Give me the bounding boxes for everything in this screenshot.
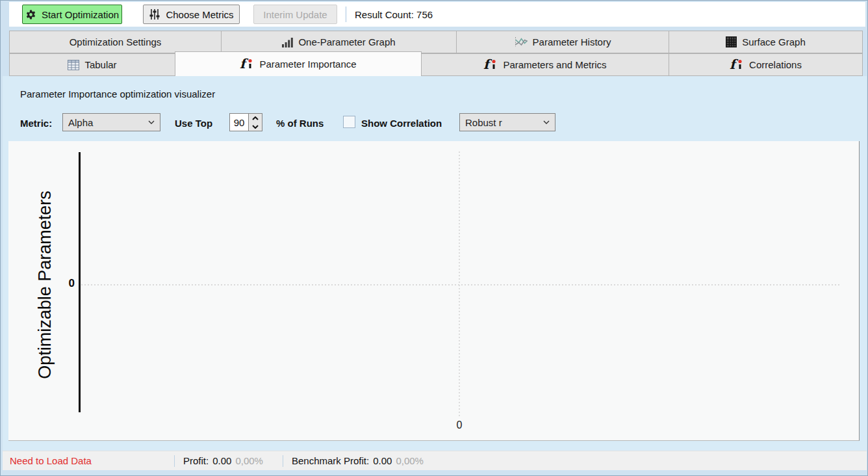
status-message: Need to Load Data: [10, 451, 92, 470]
chevron-down-icon: [543, 120, 550, 124]
tab-parameter-importance[interactable]: f Parameter Importance: [175, 51, 422, 76]
panel-title: Parameter Importance optimization visual…: [20, 88, 215, 99]
toolbar-separator: [346, 7, 346, 22]
tab-label: Parameter Importance: [259, 59, 356, 70]
choose-metrics-label: Choose Metrics: [166, 9, 233, 20]
percent-of-runs-label: % of Runs: [276, 118, 324, 129]
interim-update-button[interactable]: Interim Update: [253, 5, 337, 24]
tab-row-top: Optimization Settings One-Parameter Grap…: [9, 31, 865, 53]
benchmark-profit-value: 0.00: [373, 455, 392, 466]
start-optimization-label: Start Optimization: [42, 9, 119, 20]
tab-parameters-and-metrics[interactable]: f Parameters and Metrics: [421, 53, 669, 76]
tab-parameter-history[interactable]: Parameter History: [456, 31, 669, 53]
metric-dropdown[interactable]: Alpha: [62, 113, 160, 131]
spinner-up-button[interactable]: [249, 114, 262, 122]
profit-status: Profit: 0.00 0,00%: [183, 451, 263, 470]
spinner-buttons: [249, 113, 262, 131]
tab-label: Tabular: [84, 59, 116, 70]
profit-percent: 0,00%: [235, 455, 263, 466]
surface-grid-icon: [726, 36, 737, 47]
choose-metrics-button[interactable]: Choose Metrics: [143, 5, 240, 24]
correlation-method-dropdown[interactable]: Robust r: [459, 113, 555, 131]
parameter-importance-panel: Parameter Importance optimization visual…: [3, 76, 867, 451]
chevron-down-icon: [148, 120, 155, 124]
benchmark-profit-percent: 0,00%: [396, 455, 424, 466]
sliders-icon: [149, 8, 160, 20]
tab-label: Parameters and Metrics: [503, 59, 606, 70]
line-chart-icon: [515, 36, 528, 47]
metric-dropdown-value: Alpha: [68, 117, 93, 128]
show-correlation-label: Show Correlation: [361, 118, 442, 129]
table-icon: [68, 60, 79, 70]
tab-optimization-settings[interactable]: Optimization Settings: [9, 31, 222, 53]
svg-text:f: f: [730, 59, 739, 71]
tab-correlations[interactable]: f Correlations: [669, 53, 863, 76]
tab-surface-graph[interactable]: Surface Graph: [669, 31, 863, 53]
benchmark-profit-label: Benchmark Profit:: [292, 455, 369, 466]
tab-label: Parameter History: [533, 36, 611, 47]
tab-label: Optimization Settings: [70, 36, 162, 47]
tab-one-parameter-graph[interactable]: One-Parameter Graph: [221, 31, 457, 53]
tab-tabular[interactable]: Tabular: [9, 53, 175, 76]
y-axis-title: Optimizable Parameters: [35, 191, 55, 379]
status-bar: Need to Load Data Profit: 0.00 0,00% Ben…: [3, 451, 867, 470]
status-separator: [283, 455, 283, 467]
toolbar: Start Optimization Choose Metrics Interi…: [9, 2, 865, 27]
fi-icon: f: [483, 59, 498, 71]
svg-text:f: f: [483, 59, 492, 71]
tab-label: Correlations: [749, 59, 802, 70]
tab-label: Surface Graph: [742, 36, 806, 47]
svg-text:f: f: [240, 58, 249, 70]
use-top-value[interactable]: 90: [229, 113, 249, 131]
y-axis-line: [79, 152, 81, 412]
y-axis-tick-label: 0: [58, 277, 75, 290]
use-top-spinner: 90: [229, 113, 262, 131]
correlation-method-value: Robust r: [465, 117, 502, 128]
app-window: Start Optimization Choose Metrics Interi…: [0, 0, 868, 476]
tab-label: One-Parameter Graph: [298, 36, 395, 47]
tab-row-bottom: Tabular f Parameter Importance f Paramet…: [9, 53, 865, 76]
show-correlation-checkbox[interactable]: [343, 116, 355, 128]
horizontal-gridline: [81, 284, 840, 285]
start-optimization-button[interactable]: Start Optimization: [22, 5, 122, 24]
gear-icon: [25, 9, 36, 20]
status-separator: [174, 455, 175, 467]
fi-icon: f: [730, 59, 744, 71]
use-top-label: Use Top: [175, 118, 212, 129]
chart-plot-area: Optimizable Parameters 0 0: [8, 141, 860, 441]
profit-value: 0.00: [212, 455, 231, 466]
benchmark-profit-status: Benchmark Profit: 0.00 0,00%: [292, 451, 424, 470]
spinner-down-button[interactable]: [249, 122, 262, 131]
metric-label: Metric:: [20, 118, 52, 129]
profit-label: Profit:: [183, 455, 209, 466]
x-axis-tick-label: 0: [453, 419, 465, 431]
result-count-label: Result Count: 756: [355, 2, 433, 27]
vertical-gridline: [459, 152, 460, 417]
interim-update-label: Interim Update: [263, 9, 327, 20]
fi-icon: f: [240, 58, 254, 70]
bar-chart-icon: [282, 37, 293, 47]
